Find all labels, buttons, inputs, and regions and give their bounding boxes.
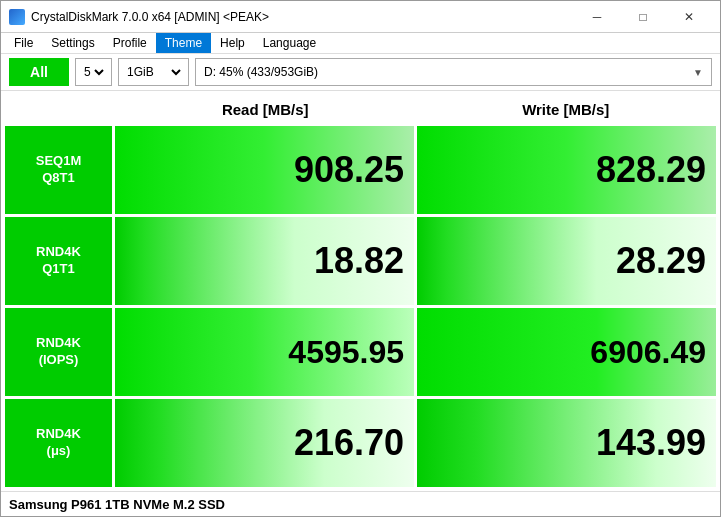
app-window: CrystalDiskMark 7.0.0 x64 [ADMIN] <PEAK>… (0, 0, 721, 517)
bench-label-seq1m: SEQ1MQ8T1 (5, 126, 112, 214)
read-value-rnd4k-us: 216.70 (294, 422, 404, 464)
count-dropdown[interactable]: 5 1 3 9 (75, 58, 112, 86)
read-value-seq1m: 908.25 (294, 149, 404, 191)
bench-write-rnd4k-iops: 6906.49 (417, 308, 716, 396)
bench-read-rnd4k-q1t1: 18.82 (115, 217, 414, 305)
bench-write-seq1m: 828.29 (417, 126, 716, 214)
bench-label-rnd4k-q1t1: RND4KQ1T1 (5, 217, 112, 305)
bench-row-seq1m: SEQ1MQ8T1 908.25 828.29 (5, 126, 716, 214)
close-button[interactable]: ✕ (666, 1, 712, 33)
drive-dropdown-arrow: ▼ (693, 67, 703, 78)
title-bar: CrystalDiskMark 7.0.0 x64 [ADMIN] <PEAK>… (1, 1, 720, 33)
minimize-button[interactable]: ─ (574, 1, 620, 33)
maximize-button[interactable]: □ (620, 1, 666, 33)
bench-label-rnd4k-iops: RND4K(IOPS) (5, 308, 112, 396)
count-select[interactable]: 5 1 3 9 (80, 64, 107, 80)
bench-write-rnd4k-q1t1: 28.29 (417, 217, 716, 305)
write-header: Write [MB/s] (416, 101, 717, 118)
status-bar: Samsung P961 1TB NVMe M.2 SSD (1, 491, 720, 516)
write-value-seq1m: 828.29 (596, 149, 706, 191)
write-value-rnd4k-iops: 6906.49 (590, 334, 706, 371)
write-value-rnd4k-q1t1: 28.29 (616, 240, 706, 282)
drive-model-text: Samsung P961 1TB NVMe M.2 SSD (9, 497, 225, 512)
write-value-rnd4k-us: 143.99 (596, 422, 706, 464)
read-value-rnd4k-q1t1: 18.82 (314, 240, 404, 282)
main-content: Read [MB/s] Write [MB/s] SEQ1MQ8T1 908.2… (1, 91, 720, 491)
bench-write-rnd4k-us: 143.99 (417, 399, 716, 487)
column-headers: Read [MB/s] Write [MB/s] (5, 95, 716, 123)
bench-row-rnd4k-iops: RND4K(IOPS) 4595.95 6906.49 (5, 308, 716, 396)
bench-label-rnd4k-us: RND4K(μs) (5, 399, 112, 487)
app-icon (9, 9, 25, 25)
size-select[interactable]: 1GiB 512MiB 4GiB (123, 64, 184, 80)
window-controls: ─ □ ✕ (574, 1, 712, 33)
window-title: CrystalDiskMark 7.0.0 x64 [ADMIN] <PEAK> (31, 10, 574, 24)
menu-theme[interactable]: Theme (156, 33, 211, 53)
drive-text: D: 45% (433/953GiB) (204, 65, 318, 79)
menu-help[interactable]: Help (211, 33, 254, 53)
bench-read-rnd4k-us: 216.70 (115, 399, 414, 487)
read-header: Read [MB/s] (115, 101, 416, 118)
size-dropdown[interactable]: 1GiB 512MiB 4GiB (118, 58, 189, 86)
bench-row-rnd4k-q1t1: RND4KQ1T1 18.82 28.29 (5, 217, 716, 305)
drive-selector[interactable]: D: 45% (433/953GiB) ▼ (195, 58, 712, 86)
bench-row-rnd4k-us: RND4K(μs) 216.70 143.99 (5, 399, 716, 487)
all-button[interactable]: All (9, 58, 69, 86)
menu-bar: File Settings Profile Theme Help Languag… (1, 33, 720, 54)
menu-settings[interactable]: Settings (42, 33, 103, 53)
menu-profile[interactable]: Profile (104, 33, 156, 53)
toolbar: All 5 1 3 9 1GiB 512MiB 4GiB D: 45% (433… (1, 54, 720, 91)
bench-read-seq1m: 908.25 (115, 126, 414, 214)
menu-language[interactable]: Language (254, 33, 325, 53)
read-value-rnd4k-iops: 4595.95 (288, 334, 404, 371)
menu-file[interactable]: File (5, 33, 42, 53)
bench-read-rnd4k-iops: 4595.95 (115, 308, 414, 396)
